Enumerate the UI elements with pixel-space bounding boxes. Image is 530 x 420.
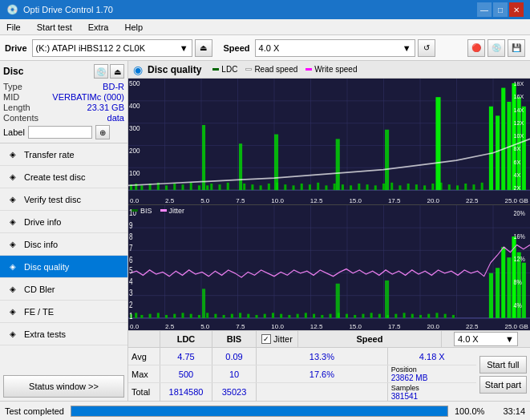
svg-rect-108 [157, 313, 160, 318]
nav-label-transfer-rate: Transfer rate [24, 150, 75, 160]
svg-rect-26 [198, 185, 200, 190]
progress-bar [71, 406, 448, 417]
app-title: Opti Drive Control 1.70 [23, 5, 113, 14]
save-button[interactable]: 💾 [508, 39, 525, 57]
burn-button[interactable]: 🔴 [467, 39, 485, 57]
nav-disc-quality[interactable]: ◈ Disc quality [0, 256, 127, 278]
disc-button[interactable]: 💿 [488, 39, 505, 57]
svg-rect-68 [496, 115, 500, 190]
bis-legend: BIS Jitter [131, 207, 184, 215]
mid-value: VERBATIMc (000) [42, 92, 124, 102]
jitter-checkbox-cell[interactable]: ✓ Jitter [257, 331, 298, 347]
menu-file[interactable]: File [3, 21, 24, 34]
sidebar: Disc 💿 ⏏ Type BD-R MID VERBATIMc (000) L… [0, 61, 128, 401]
bis-x-axis: 0.02.55.07.510.012.515.017.520.022.525.0… [128, 323, 530, 330]
svg-rect-53 [390, 183, 393, 190]
drive-info-icon: ◈ [6, 216, 19, 228]
svg-rect-42 [309, 184, 311, 190]
menu-extra[interactable]: Extra [85, 21, 112, 34]
svg-rect-114 [206, 313, 208, 318]
svg-rect-118 [231, 313, 233, 317]
eject-button[interactable]: ⏏ [195, 39, 212, 57]
svg-rect-88 [128, 205, 530, 331]
svg-rect-124 [280, 313, 282, 317]
nav-extra-tests[interactable]: ◈ Extra tests [0, 323, 127, 345]
svg-rect-145 [435, 313, 438, 318]
nav-label-cd-bler: CD Bler [24, 285, 55, 294]
ldc-legend-dot [212, 68, 219, 71]
svg-text:3: 3 [129, 289, 133, 297]
svg-text:14X: 14X [514, 106, 524, 114]
nav-disc-info[interactable]: ◈ Disc info [0, 233, 127, 256]
svg-rect-141 [403, 313, 406, 318]
speed-select-dropdown[interactable]: 4.0 X ▼ [454, 332, 518, 346]
svg-rect-22 [165, 185, 168, 190]
svg-text:6: 6 [129, 255, 133, 264]
svg-rect-51 [374, 185, 377, 190]
svg-rect-121 [255, 314, 257, 317]
svg-rect-146 [444, 313, 447, 317]
drive-selector[interactable]: (K:) ATAPI iHBS112 2 CL0K ▼ [32, 39, 192, 57]
speed-selector[interactable]: 4.0 X ▼ [255, 39, 415, 57]
nav-verify-test-disc[interactable]: ◈ Verify test disc [0, 188, 127, 211]
svg-rect-64 [464, 184, 467, 190]
disc-quality-icon: ◈ [6, 260, 19, 273]
chart-legend: LDC Read speed Write speed [212, 65, 357, 74]
chart-title: Disc quality [148, 64, 201, 75]
status-bar: Test completed 100.0% 33:14 [0, 401, 530, 420]
jitter-checkbox[interactable]: ✓ [261, 334, 271, 344]
nav-transfer-rate[interactable]: ◈ Transfer rate [0, 143, 127, 166]
start-part-button[interactable]: Start part [479, 376, 527, 394]
svg-rect-32 [239, 143, 242, 190]
total-samples-cell: Samples 381541 [388, 383, 476, 401]
chart-area: ◉ Disc quality LDC Read speed Write spee… [128, 61, 530, 401]
svg-rect-56 [407, 184, 410, 190]
svg-text:7: 7 [129, 244, 133, 252]
maximize-button[interactable]: □ [493, 2, 508, 17]
speed-header: Speed [298, 331, 442, 347]
nav-fe-te[interactable]: ◈ FE / TE [0, 301, 127, 323]
write-speed-legend-label: Write speed [314, 65, 357, 74]
svg-rect-16 [128, 188, 530, 190]
menu-start-test[interactable]: Start test [34, 21, 75, 34]
status-window-button[interactable]: Status window >> [3, 375, 124, 398]
svg-text:16X: 16X [514, 93, 524, 101]
label-icon-btn[interactable]: ⊕ [95, 125, 110, 139]
svg-text:2: 2 [129, 300, 133, 309]
disc-eject-btn[interactable]: ⏏ [110, 64, 124, 79]
svg-text:400: 400 [129, 102, 140, 111]
menu-help[interactable]: Help [121, 21, 146, 34]
bis-chart: BIS Jitter [128, 205, 530, 331]
svg-text:5: 5 [129, 265, 133, 274]
label-label: Label [3, 127, 25, 137]
nav-drive-info[interactable]: ◈ Drive info [0, 211, 127, 233]
svg-rect-120 [247, 313, 249, 317]
nav-label-disc-quality: Disc quality [24, 262, 69, 272]
stats-empty-header [128, 331, 160, 347]
svg-rect-33 [243, 184, 245, 190]
nav-cd-bler[interactable]: ◈ CD Bler [0, 278, 127, 301]
minimize-button[interactable]: — [477, 2, 492, 17]
svg-rect-144 [427, 313, 430, 317]
ldc-legend-label: LDC [221, 65, 237, 74]
svg-rect-65 [472, 184, 475, 190]
close-button[interactable]: ✕ [509, 2, 524, 17]
samples-label: Samples [391, 384, 473, 392]
speed-label: Speed [224, 43, 250, 53]
svg-rect-113 [198, 314, 200, 317]
avg-speed: 4.18 X [388, 348, 476, 365]
ldc-chart: 500 400 300 200 100 18X 16X 14X 12X 10X … [128, 79, 530, 205]
verify-disc-icon: ◈ [6, 193, 19, 206]
nav-create-test-disc[interactable]: ◈ Create test disc [0, 166, 127, 188]
label-input[interactable] [28, 126, 92, 139]
stats-area: LDC BIS ✓ Jitter Speed 4.0 X ▼ [128, 330, 530, 401]
app-icon: 💿 [6, 4, 18, 15]
menu-bar: File Start test Extra Help [0, 19, 530, 35]
stats-table: Avg 4.75 0.09 13.3% 4.18 X Max 500 10 17… [128, 348, 476, 401]
start-full-button[interactable]: Start full [479, 356, 527, 374]
stats-max-row: Max 500 10 17.6% Position 23862 MB [128, 365, 476, 383]
svg-text:200: 200 [129, 146, 140, 155]
refresh-button[interactable]: ↺ [418, 39, 435, 57]
svg-text:100: 100 [129, 168, 140, 177]
svg-rect-109 [165, 314, 168, 317]
